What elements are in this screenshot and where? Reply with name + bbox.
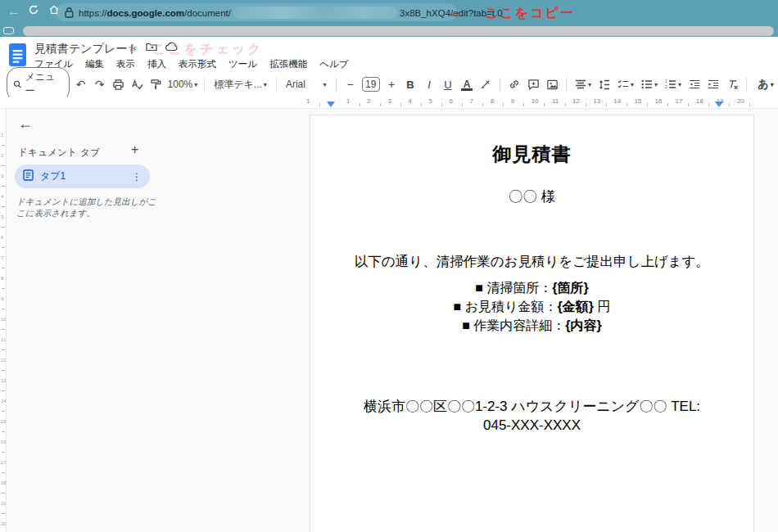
chevron-down-icon: ▾ bbox=[264, 81, 267, 88]
search-icon bbox=[13, 79, 22, 89]
sidebar-item-tab1[interactable]: タブ1 ⋮ bbox=[15, 165, 150, 188]
edit-toolbar: メニュー ↶ ↷ 100%▾ 標準テキ...▾ Arial▾ − 19 + B … bbox=[0, 72, 778, 97]
chevron-down-icon: ▾ bbox=[323, 81, 327, 88]
menu-item-2[interactable]: 表示 bbox=[116, 58, 135, 70]
url-text[interactable]: https://docs.google.com/document/3x8B_hX… bbox=[79, 7, 503, 20]
add-comment-button[interactable] bbox=[526, 77, 541, 92]
zoom-select[interactable]: 100%▾ bbox=[168, 79, 198, 90]
bulleted-list-button[interactable]: ▾ bbox=[640, 77, 659, 92]
ruler-number: 6 bbox=[450, 97, 453, 105]
spellcheck-button[interactable] bbox=[130, 77, 145, 92]
ruler-number: 18 bbox=[696, 97, 703, 105]
document-canvas: 御見積書 〇〇 様 以下の通り、清掃作業のお見積りをご提出申し上げます。 ■ 清… bbox=[310, 109, 778, 532]
chevron-down-icon: ▾ bbox=[194, 81, 197, 88]
tab-chip-icon bbox=[3, 27, 14, 34]
line-spacing-button[interactable] bbox=[597, 77, 612, 92]
menu-item-5[interactable]: ツール bbox=[228, 58, 257, 70]
star-icon[interactable]: ☆ bbox=[128, 42, 138, 54]
toolbar-divider bbox=[566, 78, 567, 92]
close-sidebar-button[interactable]: ← bbox=[18, 115, 33, 133]
doc-footer: 横浜市〇〇区〇〇1-2-3 ハウスクリーニング〇〇 TEL: 045-XXX-X… bbox=[310, 397, 753, 435]
increase-indent-button[interactable] bbox=[706, 77, 721, 92]
decrease-font-size-button[interactable]: − bbox=[343, 77, 358, 92]
print-button[interactable] bbox=[111, 77, 126, 92]
google-docs-window: ← https://docs.google.com/document/3x8B_… bbox=[0, 0, 778, 532]
clear-formatting-button[interactable] bbox=[725, 77, 740, 92]
insert-link-button[interactable] bbox=[507, 77, 522, 92]
menu-item-4[interactable]: 表示形式 bbox=[179, 58, 216, 70]
horizontal-ruler[interactable]: 11234567891011121314151617181920 bbox=[0, 97, 778, 109]
decrease-indent-button[interactable] bbox=[687, 77, 702, 92]
menu-item-3[interactable]: 挿入 bbox=[147, 58, 166, 70]
ruler-number: 16 bbox=[655, 97, 663, 105]
red-arrow-icon: ← bbox=[449, 4, 464, 20]
align-button[interactable]: ▾ bbox=[573, 77, 593, 92]
tabs-helper-text: ドキュメントに追加した見出しがここに表示されます。 bbox=[16, 196, 161, 219]
browser-refresh-icon[interactable] bbox=[26, 4, 41, 19]
tab-options-icon[interactable]: ⋮ bbox=[132, 171, 142, 183]
undo-button[interactable]: ↶ bbox=[74, 77, 88, 92]
doc-recipient: 〇〇 様 bbox=[310, 187, 753, 206]
svg-text:2: 2 bbox=[665, 85, 667, 89]
italic-button[interactable]: I bbox=[422, 77, 436, 92]
paragraph-style-select[interactable]: 標準テキ...▾ bbox=[211, 78, 269, 92]
bookmarks-bar bbox=[0, 25, 778, 37]
toolbar-divider bbox=[746, 78, 747, 92]
font-size-input[interactable]: 19 bbox=[362, 77, 380, 92]
tab1-label: タブ1 bbox=[40, 169, 125, 183]
bold-button[interactable]: B bbox=[403, 77, 418, 92]
ruler-number: 13 bbox=[593, 97, 600, 105]
insert-image-button[interactable] bbox=[545, 77, 559, 92]
ruler-number: 20 bbox=[737, 97, 744, 105]
menu-bar: ファイル編集表示挿入表示形式ツール拡張機能ヘルプ bbox=[34, 58, 348, 70]
ruler-number: 1 bbox=[306, 97, 310, 105]
ruler-number: 12 bbox=[572, 97, 580, 105]
main-area: 1234567891011121314151617181920 ← ドキュメント… bbox=[0, 109, 778, 532]
increase-font-size-button[interactable]: + bbox=[384, 77, 399, 92]
ruler-number: 14 bbox=[613, 97, 621, 105]
google-docs-logo-icon[interactable] bbox=[8, 43, 27, 70]
vertical-ruler[interactable]: 1234567891011121314151617181920 bbox=[0, 109, 7, 532]
tabs-header-label: ドキュメント タブ bbox=[18, 147, 100, 159]
move-folder-icon[interactable] bbox=[146, 42, 157, 54]
document-page[interactable]: 御見積書 〇〇 様 以下の通り、清掃作業のお見積りをご提出申し上げます。 ■ 清… bbox=[310, 115, 754, 532]
underline-button[interactable]: U bbox=[441, 77, 455, 92]
redo-button[interactable]: ↷ bbox=[93, 77, 107, 92]
checklist-button[interactable]: ▾ bbox=[616, 77, 636, 92]
ruler-number: 9 bbox=[511, 97, 514, 105]
ruler-number: 11 bbox=[552, 97, 559, 105]
doc-item-location: ■ 清掃箇所：{箇所} bbox=[310, 278, 753, 297]
menu-item-1[interactable]: 編集 bbox=[85, 58, 104, 70]
menu-item-7[interactable]: ヘルプ bbox=[319, 58, 348, 70]
doc-item-amount: ■ お見積り金額：{金額} 円 bbox=[310, 297, 753, 316]
browser-back-icon[interactable]: ← bbox=[7, 4, 21, 19]
doc-heading: 御見積書 bbox=[310, 142, 753, 167]
menu-item-6[interactable]: 拡張機能 bbox=[269, 58, 307, 70]
left-indent-marker[interactable] bbox=[327, 101, 335, 107]
ruler-number: 4 bbox=[408, 97, 411, 105]
toolbar-divider bbox=[336, 78, 337, 92]
ruler-number: 5 bbox=[428, 97, 432, 105]
doc-item-list: ■ 清掃箇所：{箇所} ■ お見積り金額：{金額} 円 ■ 作業内容詳細：{内容… bbox=[310, 278, 753, 335]
document-title[interactable]: 見積書テンプレート bbox=[34, 42, 139, 56]
text-color-button[interactable]: A bbox=[459, 77, 474, 92]
bookmarks-redacted-blur bbox=[23, 26, 774, 36]
add-tab-button[interactable]: + bbox=[131, 142, 138, 157]
ruler-number: 7 bbox=[470, 97, 473, 105]
highlight-color-button[interactable] bbox=[478, 77, 493, 92]
cloud-status-icon[interactable] bbox=[165, 42, 179, 54]
font-family-select[interactable]: Arial▾ bbox=[283, 79, 329, 90]
ruler-number: 3 bbox=[387, 97, 391, 105]
svg-text:1: 1 bbox=[665, 79, 667, 83]
doc-footer-address: 横浜市〇〇区〇〇1-2-3 ハウスクリーニング〇〇 TEL: bbox=[310, 397, 753, 416]
input-method-button[interactable]: あ▾ bbox=[753, 77, 778, 92]
ruler-number: 10 bbox=[531, 97, 539, 105]
paint-format-button[interactable] bbox=[149, 77, 164, 92]
browser-toolbar: ← https://docs.google.com/document/3x8B_… bbox=[0, 0, 778, 25]
ruler-number: 15 bbox=[634, 97, 641, 105]
copy-here-annotation: ←ここをコピー bbox=[449, 4, 575, 22]
toolbar-divider bbox=[276, 78, 277, 92]
site-security-icon[interactable] bbox=[64, 7, 75, 18]
ruler-number: 17 bbox=[676, 97, 683, 105]
numbered-list-button[interactable]: 12▾ bbox=[663, 77, 683, 92]
